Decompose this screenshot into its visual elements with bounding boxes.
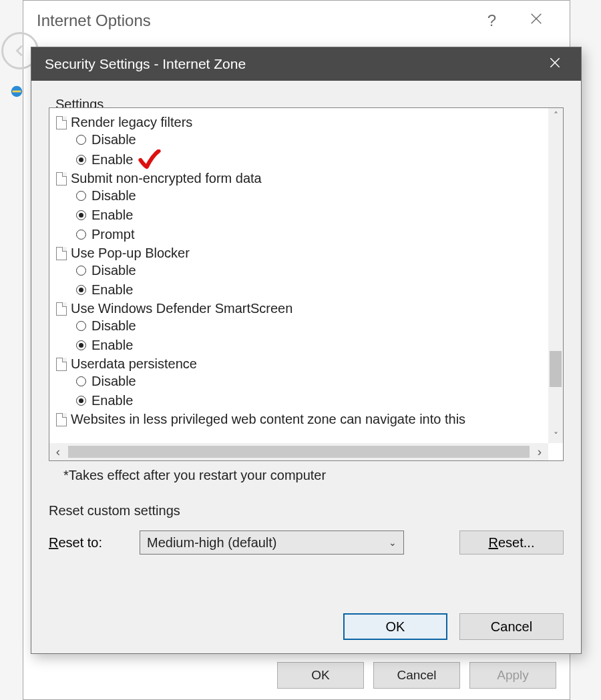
setting-option[interactable]: Prompt xyxy=(56,225,546,244)
setting-option[interactable]: Enable xyxy=(56,336,546,355)
setting-option[interactable]: Enable xyxy=(56,280,546,300)
setting-name: Websites in less privileged web content … xyxy=(71,412,465,427)
option-label: Disable xyxy=(91,186,136,206)
option-label: Disable xyxy=(91,130,136,149)
page-icon xyxy=(56,358,67,371)
radio-unchecked-icon[interactable] xyxy=(76,135,86,145)
reset-group: Reset custom settings Reset to: Medium-h… xyxy=(49,503,564,555)
parent-buttons: OK Cancel Apply xyxy=(277,662,556,689)
page-icon xyxy=(56,413,67,426)
horizontal-scrollbar[interactable]: ‹ › xyxy=(49,443,548,460)
settings-group: Settings Render legacy filtersDisableEna… xyxy=(49,107,564,483)
option-label: Disable xyxy=(91,261,136,280)
option-label: Enable xyxy=(91,336,133,355)
reset-group-label: Reset custom settings xyxy=(49,503,564,518)
scroll-thumb[interactable] xyxy=(550,351,562,387)
chevron-down-icon: ⌄ xyxy=(389,537,397,548)
reset-button[interactable]: Reset... xyxy=(459,531,564,555)
hscroll-track[interactable] xyxy=(68,446,530,458)
radio-checked-icon[interactable] xyxy=(76,340,86,350)
dialog-buttons: OK Cancel xyxy=(343,613,564,640)
radio-checked-icon[interactable] xyxy=(76,155,86,165)
setting-option[interactable]: Enable xyxy=(56,149,546,169)
setting-name: Render legacy filters xyxy=(71,115,192,130)
dialog-close-button[interactable] xyxy=(538,56,572,73)
dialog-titlebar: Security Settings - Internet Zone xyxy=(31,47,581,81)
option-label: Enable xyxy=(91,206,133,225)
vertical-scrollbar[interactable]: ˄ ˅ xyxy=(548,108,563,443)
option-label: Disable xyxy=(91,316,136,336)
setting-option[interactable]: Enable xyxy=(56,206,546,225)
settings-listbox[interactable]: Render legacy filtersDisableEnableSubmit… xyxy=(49,107,564,461)
option-label: Enable xyxy=(91,391,133,410)
setting-option[interactable]: Disable xyxy=(56,372,546,391)
setting-heading: Userdata persistence xyxy=(56,356,546,372)
help-icon[interactable]: ? xyxy=(471,11,512,30)
radio-checked-icon[interactable] xyxy=(76,285,86,295)
red-checkmark-annotation-icon xyxy=(138,149,161,169)
setting-option[interactable]: Disable xyxy=(56,261,546,280)
dialog-title: Security Settings - Internet Zone xyxy=(45,56,538,72)
scroll-left-icon[interactable]: ‹ xyxy=(49,444,67,459)
radio-checked-icon[interactable] xyxy=(76,210,86,220)
parent-ok-button[interactable]: OK xyxy=(277,662,364,689)
setting-option[interactable]: Disable xyxy=(56,186,546,206)
scroll-right-icon[interactable]: › xyxy=(531,444,548,459)
restart-note: *Takes effect after you restart your com… xyxy=(63,468,561,483)
radio-unchecked-icon[interactable] xyxy=(76,321,86,331)
page-icon xyxy=(56,116,67,129)
setting-name: Use Windows Defender SmartScreen xyxy=(71,301,292,316)
parent-apply-button: Apply xyxy=(469,662,556,689)
ie-logo-icon xyxy=(9,84,24,99)
reset-to-select[interactable]: Medium-high (default) ⌄ xyxy=(140,531,404,555)
scroll-up-icon[interactable]: ˄ xyxy=(548,108,563,123)
scroll-down-icon[interactable]: ˅ xyxy=(548,428,563,443)
cancel-button[interactable]: Cancel xyxy=(459,613,564,640)
setting-heading: Submit non-encrypted form data xyxy=(56,171,546,186)
radio-unchecked-icon[interactable] xyxy=(76,230,86,240)
radio-unchecked-icon[interactable] xyxy=(76,191,86,201)
option-label: Disable xyxy=(91,372,136,391)
setting-name: Use Pop-up Blocker xyxy=(71,246,190,261)
page-icon xyxy=(56,302,67,316)
reset-to-label: Reset to: xyxy=(49,535,129,551)
parent-titlebar: Internet Options ? xyxy=(23,1,570,41)
radio-unchecked-icon[interactable] xyxy=(76,376,86,386)
reset-to-value: Medium-high (default) xyxy=(147,535,277,551)
radio-checked-icon[interactable] xyxy=(76,396,86,406)
setting-name: Submit non-encrypted form data xyxy=(71,171,262,186)
option-label: Enable xyxy=(91,150,133,169)
close-icon[interactable] xyxy=(516,11,556,30)
radio-unchecked-icon[interactable] xyxy=(76,266,86,276)
page-icon xyxy=(56,172,67,186)
ok-button[interactable]: OK xyxy=(343,613,447,640)
setting-heading: Use Pop-up Blocker xyxy=(56,246,546,261)
setting-option[interactable]: Disable xyxy=(56,316,546,336)
option-label: Prompt xyxy=(91,225,134,244)
parent-cancel-button[interactable]: Cancel xyxy=(373,662,460,689)
setting-option[interactable]: Disable xyxy=(56,130,546,149)
parent-title: Internet Options xyxy=(37,11,471,30)
setting-name: Userdata persistence xyxy=(71,356,197,372)
setting-heading: Use Windows Defender SmartScreen xyxy=(56,301,546,316)
page-icon xyxy=(56,247,67,260)
security-settings-dialog: Security Settings - Internet Zone Settin… xyxy=(31,47,582,654)
option-label: Enable xyxy=(91,280,133,300)
setting-option[interactable]: Enable xyxy=(56,391,546,410)
setting-heading: Websites in less privileged web content … xyxy=(56,412,546,427)
setting-heading: Render legacy filters xyxy=(56,115,546,130)
